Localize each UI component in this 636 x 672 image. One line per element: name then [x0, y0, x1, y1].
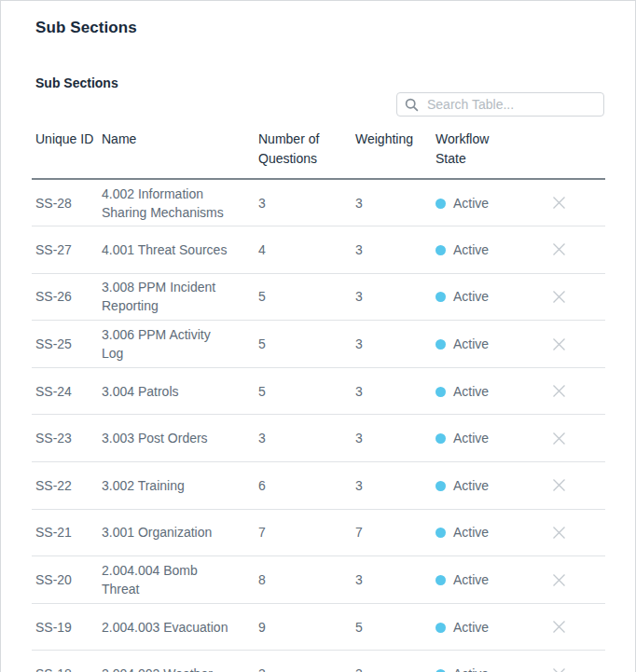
cell-name[interactable]: 3.002 Training	[102, 462, 258, 510]
column-header-unique-id: Unique ID	[32, 125, 102, 179]
cell-workflow-state: Active	[436, 651, 538, 672]
delete-row-icon[interactable]	[551, 289, 567, 305]
cell-weighting: 3	[355, 556, 436, 604]
cell-weighting: 3	[355, 273, 436, 321]
cell-number-of-questions: 5	[258, 367, 355, 415]
cell-number-of-questions: 4	[258, 226, 355, 274]
active-status-dot-icon	[436, 575, 446, 585]
delete-row-icon[interactable]	[551, 572, 567, 588]
table-row[interactable]: SS-19 2.004.003 Evacuation 9 5 Active	[32, 603, 605, 651]
cell-weighting: 7	[355, 509, 436, 556]
table-row[interactable]: SS-20 2.004.004 Bomb Threat 8 3 Active	[32, 556, 605, 604]
cell-weighting: 3	[355, 415, 436, 462]
cell-name[interactable]: 3.001 Organization	[102, 509, 258, 556]
cell-actions	[538, 509, 605, 556]
cell-number-of-questions: 3	[258, 179, 355, 226]
search-box[interactable]	[396, 92, 604, 117]
table-body: SS-28 4.002 Information Sharing Mechanis…	[32, 179, 605, 672]
cell-workflow-state: Active	[436, 603, 538, 651]
cell-actions	[538, 415, 605, 462]
cell-name[interactable]: 3.006 PPM Activity Log	[102, 321, 258, 368]
delete-row-icon[interactable]	[551, 336, 567, 352]
table-row[interactable]: SS-18 2.004.002 Weather 3 3 Active	[32, 651, 605, 672]
delete-row-icon[interactable]	[551, 383, 567, 399]
cell-unique-id: SS-22	[32, 462, 102, 510]
cell-number-of-questions: 5	[258, 321, 355, 368]
table-row[interactable]: SS-21 3.001 Organization 7 7 Active	[32, 509, 605, 556]
cell-name[interactable]: 3.003 Post Orders	[102, 415, 258, 462]
cell-unique-id: SS-26	[32, 273, 102, 321]
workflow-state-label: Active	[453, 384, 489, 399]
workflow-state-label: Active	[453, 431, 489, 446]
sub-sections-table: Unique ID Name Number of Questions Weigh…	[32, 125, 605, 672]
cell-workflow-state: Active	[436, 367, 538, 415]
delete-row-icon[interactable]	[551, 525, 567, 541]
workflow-state-label: Active	[453, 478, 489, 493]
cell-unique-id: SS-27	[32, 226, 102, 274]
cell-number-of-questions: 9	[258, 603, 355, 651]
cell-actions	[538, 321, 605, 368]
workflow-state-label: Active	[453, 336, 489, 351]
cell-actions	[538, 179, 605, 226]
cell-name[interactable]: 2.004.002 Weather	[102, 651, 258, 672]
table-row[interactable]: SS-23 3.003 Post Orders 3 3 Active	[32, 415, 605, 462]
search-input[interactable]	[427, 97, 596, 112]
cell-actions	[538, 556, 605, 604]
table-row[interactable]: SS-25 3.006 PPM Activity Log 5 3 Active	[32, 321, 605, 368]
column-header-name: Name	[102, 125, 258, 179]
workflow-state-label: Active	[453, 242, 489, 257]
cell-workflow-state: Active	[436, 321, 538, 368]
cell-actions	[538, 226, 605, 274]
table-row[interactable]: SS-24 3.004 Patrols 5 3 Active	[32, 367, 605, 415]
cell-weighting: 3	[355, 367, 436, 415]
cell-name[interactable]: 4.002 Information Sharing Mechanisms	[102, 179, 258, 226]
cell-number-of-questions: 3	[258, 651, 355, 672]
delete-row-icon[interactable]	[551, 666, 567, 672]
table-header: Unique ID Name Number of Questions Weigh…	[32, 125, 605, 179]
workflow-state-label: Active	[453, 289, 489, 304]
table-row[interactable]: SS-27 4.001 Threat Sources 4 3 Active	[32, 226, 605, 274]
cell-workflow-state: Active	[436, 415, 538, 462]
cell-name[interactable]: 2.004.004 Bomb Threat	[102, 556, 258, 604]
cell-name[interactable]: 3.004 Patrols	[102, 367, 258, 415]
workflow-state-label: Active	[453, 620, 489, 635]
delete-row-icon[interactable]	[551, 477, 567, 493]
cell-workflow-state: Active	[436, 226, 538, 274]
cell-number-of-questions: 8	[258, 556, 355, 604]
cell-weighting: 5	[355, 603, 436, 651]
cell-number-of-questions: 7	[258, 509, 355, 556]
cell-weighting: 3	[355, 321, 436, 368]
cell-actions	[538, 367, 605, 415]
table-row[interactable]: SS-28 4.002 Information Sharing Mechanis…	[32, 179, 605, 226]
section-title: Sub Sections	[35, 75, 635, 90]
active-status-dot-icon	[436, 481, 446, 491]
workflow-state-label: Active	[453, 525, 489, 540]
table-row[interactable]: SS-22 3.002 Training 6 3 Active	[32, 462, 605, 510]
workflow-state-label: Active	[453, 196, 489, 211]
cell-workflow-state: Active	[436, 556, 538, 604]
column-header-number-of-questions: Number of Questions	[258, 125, 355, 179]
delete-row-icon[interactable]	[551, 619, 567, 635]
delete-row-icon[interactable]	[551, 431, 567, 446]
page-title: Sub Sections	[35, 18, 635, 38]
cell-name[interactable]: 2.004.003 Evacuation	[102, 603, 258, 651]
cell-name[interactable]: 4.001 Threat Sources	[102, 226, 258, 274]
cell-unique-id: SS-19	[32, 603, 102, 651]
column-header-actions	[538, 125, 605, 179]
active-status-dot-icon	[436, 387, 446, 397]
cell-workflow-state: Active	[436, 273, 538, 321]
table-row[interactable]: SS-26 3.008 PPM Incident Reporting 5 3 A…	[32, 273, 605, 321]
cell-number-of-questions: 3	[258, 415, 355, 462]
delete-row-icon[interactable]	[551, 241, 567, 257]
active-status-dot-icon	[436, 199, 446, 209]
column-header-weighting: Weighting	[355, 125, 436, 179]
search-icon	[405, 98, 419, 112]
cell-unique-id: SS-21	[32, 509, 102, 556]
active-status-dot-icon	[436, 339, 446, 350]
cell-weighting: 3	[355, 462, 436, 510]
delete-row-icon[interactable]	[551, 195, 567, 211]
cell-number-of-questions: 6	[258, 462, 355, 510]
active-status-dot-icon	[436, 292, 446, 302]
cell-name[interactable]: 3.008 PPM Incident Reporting	[102, 273, 258, 321]
cell-weighting: 3	[355, 651, 436, 672]
